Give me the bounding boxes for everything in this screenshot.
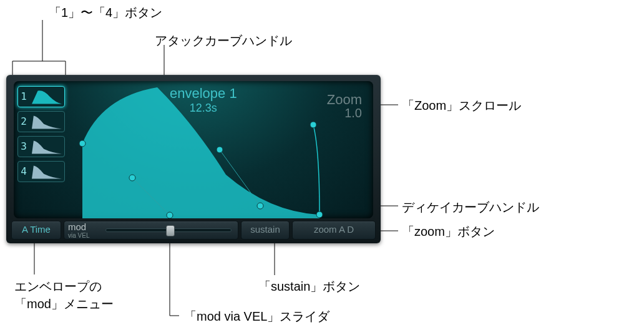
callout-attack-handle: アタックカーブハンドル	[155, 32, 292, 49]
envelope-name: envelope 1	[170, 85, 237, 101]
sustain-button[interactable]: sustain	[241, 221, 290, 240]
envelope-bottom-row: A Time mod via VEL sustain zoom A D	[11, 221, 376, 240]
envelope-title: envelope 1 12.3s	[170, 86, 237, 115]
mod-label-sub: via VEL	[68, 233, 103, 239]
mod-via-vel-slider[interactable]	[105, 228, 232, 232]
env-select-4[interactable]: 4	[17, 161, 65, 182]
zoom-label: Zoom	[327, 92, 362, 107]
env-thumb-3	[32, 139, 62, 154]
zoom-value: 1.0	[327, 107, 362, 120]
zoom-scroll[interactable]: Zoom 1.0	[327, 92, 362, 120]
env-select-2[interactable]: 2	[17, 111, 65, 132]
env-select-3-label: 3	[18, 142, 29, 152]
envelope-display: 1 2 3 4	[14, 81, 373, 218]
attack-curve-handle[interactable]	[167, 212, 173, 218]
env-select-1[interactable]: 1	[17, 86, 65, 107]
callout-mod-menu-line1: エンベロープの	[14, 278, 102, 295]
callout-zoom-scroll: 「Zoom」スクロール	[402, 97, 521, 114]
envelope-start-handle[interactable]	[79, 140, 85, 147]
callout-decay-handle: ディケイカーブハンドル	[402, 199, 539, 216]
mod-slider-knob[interactable]	[166, 225, 175, 236]
decay-curve-handle-mid[interactable]	[257, 203, 263, 209]
decay-curve-handle-upper[interactable]	[217, 147, 223, 153]
callout-mod-menu-line2: 「mod」メニュー	[14, 296, 114, 313]
callout-zoom-button: 「zoom」ボタン	[402, 223, 495, 240]
mod-menu[interactable]: mod via VEL	[64, 221, 238, 240]
env-thumb-4	[32, 164, 62, 179]
attack-curve-handle-upper[interactable]	[129, 175, 135, 181]
env-select-2-label: 2	[18, 117, 29, 127]
env-select-1-label: 1	[18, 92, 29, 102]
decay-curve-handle[interactable]	[316, 211, 323, 218]
atime-button[interactable]: A Time	[11, 221, 61, 240]
mod-label: mod via VEL	[68, 222, 103, 239]
envelope-panel: 1 2 3 4	[6, 75, 381, 243]
env-select-4-label: 4	[18, 167, 29, 177]
callout-env-buttons: 「1」〜「4」ボタン	[49, 4, 162, 21]
mod-label-main: mod	[68, 221, 86, 232]
env-thumb-2	[32, 114, 62, 129]
envelope-time: 12.3s	[170, 102, 237, 115]
callout-sustain-button: 「sustain」ボタン	[258, 278, 360, 295]
env-thumb-1	[32, 89, 62, 104]
release-handle[interactable]	[310, 122, 316, 128]
env-select-3[interactable]: 3	[17, 136, 65, 157]
callout-mod-slider: 「mod via VEL」スライダ	[184, 308, 329, 325]
zoom-ad-button[interactable]: zoom A D	[292, 221, 376, 240]
